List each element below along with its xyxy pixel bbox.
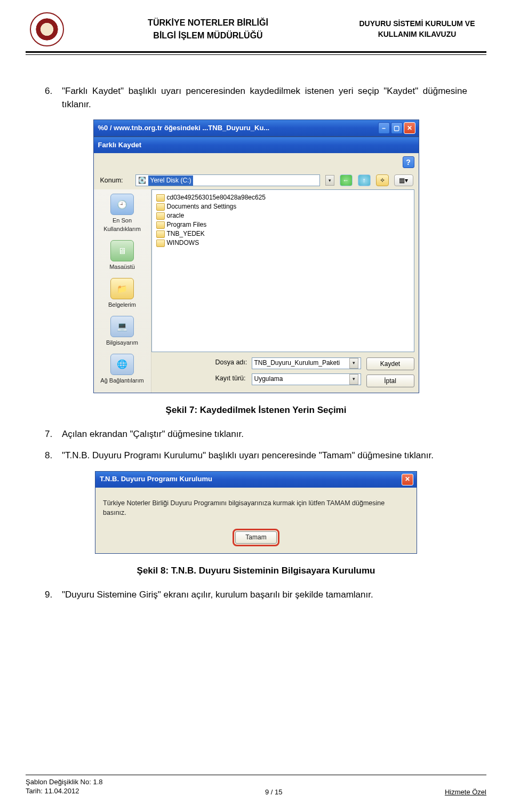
step-6: 6. "Farklı Kaydet" başlıklı uyarı pencer… <box>45 85 467 111</box>
header-doc-1: DUYURU SİSTEMİ KURULUM VE <box>348 19 486 29</box>
list-item[interactable]: oracle <box>156 211 410 220</box>
step-7: 7. Açılan ekrandan "Çalıştır" düğmesine … <box>45 428 467 441</box>
step-7-text: Açılan ekrandan "Çalıştır" düğmesine tık… <box>62 428 467 441</box>
drive-icon: 💽 <box>138 176 146 185</box>
place-documents[interactable]: 📁 Belgelerim <box>96 276 149 314</box>
org-logo-icon <box>30 12 64 46</box>
new-folder-icon[interactable]: ✧ <box>376 174 389 186</box>
filetype-combo[interactable]: Uygulama ▾ <box>252 373 361 385</box>
place-computer[interactable]: 💻 Bilgisayarım <box>96 314 149 352</box>
download-title-text: %0 / www.tnb.org.tr öğesindeki ...TNB_Du… <box>98 123 377 133</box>
views-icon[interactable]: ▦▾ <box>394 174 413 186</box>
desktop-icon: 🖥 <box>110 240 134 261</box>
step-9: 9. "Duyuru Sistemine Giriş" ekranı açılı… <box>45 588 467 602</box>
page-footer: Şablon Değişiklik No: 1.8 Tarih: 11.04.2… <box>26 775 486 796</box>
folder-icon <box>156 230 165 238</box>
step-8: 8. "T.N.B. Duyuru Programı Kurulumu" baş… <box>45 449 467 463</box>
step-8-text: "T.N.B. Duyuru Programı Kurulumu" başlık… <box>62 449 467 463</box>
close-icon[interactable]: ✕ <box>402 474 413 485</box>
file-list[interactable]: cd03e492563015e80428a98ec625 Documents a… <box>151 189 414 352</box>
location-row: Konum: 💽 Yerel Disk (C:) ▾ ← ↑ ✧ ▦▾ <box>94 169 419 189</box>
header-title-1: TÜRKİYE NOTERLER BİRLİĞİ <box>68 17 348 29</box>
save-as-dialog: Farklı Kaydet ? Konum: 💽 Yerel Disk (C:)… <box>93 137 419 393</box>
step-6-text: "Farklı Kaydet" başlıklı uyarı penceresi… <box>62 85 467 111</box>
installer-text: Türkiye Noterler Birliği Duyuru Programı… <box>103 498 409 518</box>
header-center: TÜRKİYE NOTERLER BİRLİĞİ BİLGİ İŞLEM MÜD… <box>68 17 348 42</box>
step-7-num: 7. <box>45 428 57 441</box>
file-name: Documents and Settings <box>167 202 237 211</box>
location-combo[interactable]: 💽 Yerel Disk (C:) <box>135 174 320 186</box>
back-icon[interactable]: ← <box>340 174 353 186</box>
installer-dialog: T.N.B. Duyuru Programı Kurulumu ✕ Türkiy… <box>95 471 417 554</box>
step-8-num: 8. <box>45 449 57 463</box>
file-name: cd03e492563015e80428a98ec625 <box>167 193 266 202</box>
place-desktop[interactable]: 🖥 Masaüstü <box>96 238 149 276</box>
step-9-text: "Duyuru Sistemine Giriş" ekranı açılır, … <box>62 588 467 602</box>
folder-icon <box>156 212 165 220</box>
figure-8-caption: Şekil 8: T.N.B. Duyuru Sisteminin Bilgis… <box>45 564 467 578</box>
filename-label: Dosya adı: <box>215 357 252 367</box>
folder-icon <box>156 203 165 211</box>
minimize-icon[interactable]: – <box>378 122 390 134</box>
save-title-text: Farklı Kaydet <box>98 140 415 150</box>
list-item[interactable]: cd03e492563015e80428a98ec625 <box>156 193 410 202</box>
header-doc-2: KULLANIM KILAVUZU <box>348 29 486 40</box>
folder-icon <box>156 240 165 247</box>
location-value: Yerel Disk (C:) <box>148 176 194 186</box>
folder-icon <box>156 194 165 202</box>
cancel-button[interactable]: İptal <box>366 375 414 387</box>
header-title-2: BİLGİ İŞLEM MÜDÜRLÜĞÜ <box>68 29 348 42</box>
documents-icon: 📁 <box>110 278 134 299</box>
chevron-down-icon[interactable]: ▾ <box>349 374 358 385</box>
download-window: %0 / www.tnb.org.tr öğesindeki ...TNB_Du… <box>93 120 419 137</box>
footer-classification: Hizmete Özel <box>445 788 486 796</box>
chevron-down-icon[interactable]: ▾ <box>325 175 334 186</box>
chevron-down-icon[interactable]: ▾ <box>349 358 358 369</box>
file-name: WINDOWS <box>167 238 199 248</box>
place-recent[interactable]: 🕘 En Son Kullandıklarım <box>96 192 149 238</box>
header-rule <box>26 51 486 55</box>
place-network[interactable]: 🌐 Ağ Bağlantılarım <box>96 352 149 389</box>
up-icon[interactable]: ↑ <box>358 174 371 186</box>
folder-icon <box>156 221 165 229</box>
ok-button[interactable]: Tamam <box>235 531 276 544</box>
filetype-label: Kayıt türü: <box>215 373 252 383</box>
figure-7-caption: Şekil 7: Kaydedilmek İstenen Yerin Seçim… <box>45 404 467 417</box>
list-item[interactable]: Program Files <box>156 220 410 229</box>
place-label: En Son Kullandıklarım <box>97 217 148 234</box>
installer-title: T.N.B. Duyuru Programı Kurulumu <box>100 474 401 484</box>
footer-template-no: Şablon Değişiklik No: 1.8 <box>26 777 103 787</box>
filename-value: TNB_Duyuru_Kurulum_Paketi <box>254 359 346 368</box>
header-right: DUYURU SİSTEMİ KURULUM VE KULLANIM KILAV… <box>348 19 486 39</box>
file-name: TNB_YEDEK <box>167 229 205 238</box>
footer-date: Tarih: 11.04.2012 <box>26 786 103 796</box>
place-label: Ağ Bağlantılarım <box>97 377 148 385</box>
save-button[interactable]: Kaydet <box>366 357 414 370</box>
page-number: 9 / 15 <box>265 788 283 796</box>
step-6-num: 6. <box>45 85 57 111</box>
computer-icon: 💻 <box>110 316 134 337</box>
logo <box>26 12 68 46</box>
list-item[interactable]: TNB_YEDEK <box>156 229 410 238</box>
close-icon[interactable]: ✕ <box>404 122 415 134</box>
recent-icon: 🕘 <box>110 194 134 215</box>
list-item[interactable]: WINDOWS <box>156 238 410 248</box>
installer-titlebar[interactable]: T.N.B. Duyuru Programı Kurulumu ✕ <box>95 472 417 488</box>
filename-input[interactable]: TNB_Duyuru_Kurulum_Paketi ▾ <box>252 357 361 369</box>
file-name: Program Files <box>167 220 207 229</box>
filetype-value: Uygulama <box>254 375 346 384</box>
places-bar: 🕘 En Son Kullandıklarım 🖥 Masaüstü 📁 Bel… <box>94 189 151 393</box>
file-name: oracle <box>167 211 185 220</box>
location-label: Konum: <box>100 176 130 185</box>
download-titlebar[interactable]: %0 / www.tnb.org.tr öğesindeki ...TNB_Du… <box>94 120 419 136</box>
save-titlebar[interactable]: Farklı Kaydet <box>94 137 419 153</box>
list-item[interactable]: Documents and Settings <box>156 202 410 211</box>
place-label: Bilgisayarım <box>97 339 148 347</box>
network-icon: 🌐 <box>110 354 134 375</box>
page-header: TÜRKİYE NOTERLER BİRLİĞİ BİLGİ İŞLEM MÜD… <box>26 11 486 48</box>
place-label: Masaüstü <box>97 263 148 272</box>
maximize-icon[interactable]: ▢ <box>391 122 403 134</box>
help-icon[interactable]: ? <box>403 156 414 168</box>
place-label: Belgelerim <box>97 301 148 309</box>
step-9-num: 9. <box>45 588 57 602</box>
